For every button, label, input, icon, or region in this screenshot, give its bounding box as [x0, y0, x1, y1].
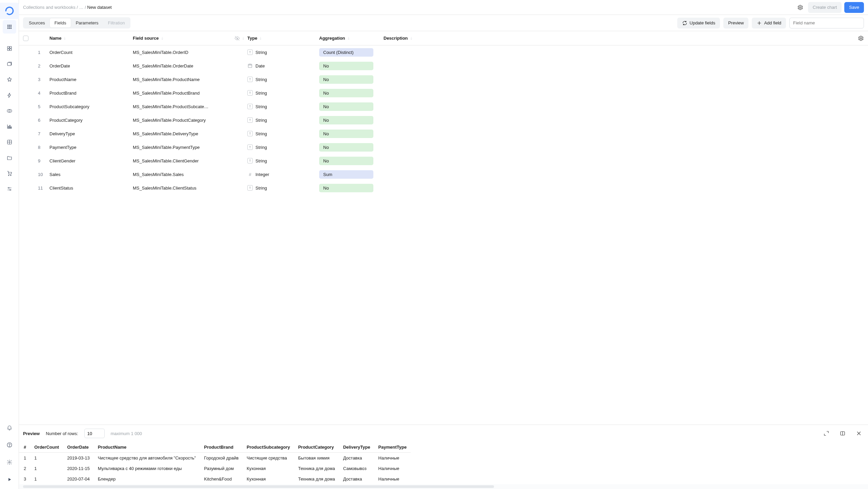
field-aggregation[interactable]: No — [319, 89, 373, 97]
nav-chart-icon[interactable] — [3, 120, 16, 133]
save-button[interactable]: Save — [844, 2, 864, 13]
col-source[interactable]: Field source — [133, 36, 159, 41]
field-name[interactable]: ClientGender — [49, 158, 133, 163]
preview-col[interactable]: OrderDate — [63, 442, 94, 453]
nav-dashboard-icon[interactable] — [3, 42, 16, 55]
tab-fields[interactable]: Fields — [50, 18, 71, 27]
nav-bell-icon[interactable] — [3, 421, 16, 434]
field-aggregation[interactable]: No — [319, 157, 373, 165]
nav-bolt-icon[interactable] — [3, 89, 16, 102]
field-row[interactable]: 10SalesMS_SalesMiniTable.Sales#IntegerSu… — [19, 168, 868, 181]
field-type[interactable]: TString — [247, 104, 319, 109]
field-type[interactable]: TString — [247, 185, 319, 191]
field-row[interactable]: 4ProductBrandMS_SalesMiniTable.ProductBr… — [19, 86, 868, 100]
field-row[interactable]: 6ProductCategoryMS_SalesMiniTable.Produc… — [19, 113, 868, 127]
preview-split-icon[interactable] — [838, 428, 848, 438]
preview-col[interactable]: PaymentType — [374, 442, 411, 453]
field-name[interactable]: PaymentType — [49, 145, 133, 150]
nav-sliders-icon[interactable] — [3, 182, 16, 196]
field-type[interactable]: TString — [247, 117, 319, 123]
field-name[interactable]: OrderCount — [49, 50, 133, 55]
nav-settings-icon[interactable] — [3, 455, 16, 469]
preview-button[interactable]: Preview — [723, 18, 748, 28]
preview-expand-icon[interactable] — [821, 428, 831, 438]
preview-col[interactable]: ProductName — [94, 442, 200, 453]
field-aggregation[interactable]: No — [319, 75, 373, 84]
preview-col[interactable]: ProductCategory — [294, 442, 339, 453]
preview-hscroll[interactable] — [19, 484, 868, 489]
nav-collections-icon[interactable] — [3, 57, 16, 71]
field-row[interactable]: 9ClientGenderMS_SalesMiniTable.ClientGen… — [19, 154, 868, 168]
field-name[interactable]: ProductName — [49, 77, 133, 82]
field-search-input[interactable] — [789, 18, 864, 28]
preview-col[interactable]: OrderCount — [30, 442, 63, 453]
field-type[interactable]: Date — [247, 63, 319, 69]
tab-parameters[interactable]: Parameters — [71, 18, 103, 27]
field-aggregation[interactable]: No — [319, 62, 373, 70]
columns-settings-icon[interactable] — [858, 35, 864, 41]
field-type[interactable]: TString — [247, 77, 319, 82]
nav-grid-icon[interactable] — [3, 135, 16, 149]
col-desc[interactable]: Description — [384, 36, 408, 41]
preview-col[interactable]: # — [19, 442, 30, 453]
field-name[interactable]: ProductBrand — [49, 91, 133, 96]
field-type[interactable]: TString — [247, 158, 319, 163]
create-chart-button[interactable]: Create chart — [808, 2, 842, 13]
field-type[interactable]: TString — [247, 131, 319, 136]
field-aggregation[interactable]: Sum — [319, 170, 373, 179]
col-agg[interactable]: Aggregation — [319, 36, 345, 41]
field-row[interactable]: 11ClientStatusMS_SalesMiniTable.ClientSt… — [19, 181, 868, 195]
nav-folder-icon[interactable] — [3, 151, 16, 164]
field-row[interactable]: 1OrderCountMS_SalesMiniTable.OrderIDTStr… — [19, 45, 868, 59]
field-type[interactable]: TString — [247, 50, 319, 55]
field-type[interactable]: TString — [247, 90, 319, 96]
add-field-button[interactable]: Add field — [752, 18, 786, 28]
settings-button[interactable] — [795, 2, 805, 13]
preview-cell: 2020-07-04 — [63, 474, 94, 484]
nav-venn-icon[interactable] — [3, 104, 16, 118]
field-name[interactable]: OrderDate — [49, 63, 133, 69]
rows-input[interactable] — [84, 429, 105, 438]
field-name[interactable]: ProductSubcategory — [49, 104, 133, 109]
field-row[interactable]: 8PaymentTypeMS_SalesMiniTable.PaymentTyp… — [19, 140, 868, 154]
breadcrumb-current: New dataset — [87, 5, 111, 10]
field-aggregation[interactable]: No — [319, 184, 373, 192]
field-aggregation[interactable]: No — [319, 102, 373, 111]
field-row[interactable]: 7DeliveryTypeMS_SalesMiniTable.DeliveryT… — [19, 127, 868, 140]
nav-play-icon[interactable] — [3, 473, 16, 486]
nav-help-icon[interactable] — [3, 438, 16, 452]
logo[interactable] — [0, 3, 19, 19]
col-name[interactable]: Name — [49, 36, 61, 41]
preview-col[interactable]: ProductSubcategory — [243, 442, 294, 453]
nav-cart-icon[interactable] — [3, 167, 16, 180]
field-aggregation[interactable]: No — [319, 116, 373, 124]
tab-sources[interactable]: Sources — [24, 18, 50, 27]
field-type[interactable]: TString — [247, 144, 319, 150]
field-name[interactable]: DeliveryType — [49, 131, 133, 136]
col-type[interactable]: Type — [247, 36, 257, 41]
preview-table: #OrderCountOrderDateProductNameProductBr… — [19, 442, 868, 484]
preview-col[interactable]: DeliveryType — [339, 442, 374, 453]
field-type[interactable]: #Integer — [247, 172, 319, 177]
select-all-checkbox[interactable] — [23, 36, 28, 41]
update-fields-button[interactable]: Update fields — [677, 18, 720, 28]
visibility-icon[interactable] — [234, 36, 240, 41]
field-aggregation[interactable]: Count (Distinct) — [319, 48, 373, 57]
field-name[interactable]: Sales — [49, 172, 133, 177]
svg-point-5 — [11, 26, 11, 27]
nav-star-icon[interactable] — [3, 73, 16, 86]
field-row[interactable]: 3ProductNameMS_SalesMiniTable.ProductNam… — [19, 73, 868, 86]
field-aggregation[interactable]: No — [319, 130, 373, 138]
preview-col[interactable]: ProductBrand — [200, 442, 243, 453]
apps-icon[interactable] — [3, 20, 16, 34]
preview-close-icon[interactable] — [854, 428, 864, 438]
breadcrumb[interactable]: Collections and workbooks / … / New data… — [23, 5, 112, 10]
field-name[interactable]: ProductCategory — [49, 118, 133, 123]
breadcrumb-mid[interactable]: … — [79, 5, 84, 10]
field-row[interactable]: 2OrderDateMS_SalesMiniTable.OrderDateDat… — [19, 59, 868, 73]
field-name[interactable]: ClientStatus — [49, 185, 133, 191]
field-aggregation[interactable]: No — [319, 143, 373, 152]
breadcrumb-root[interactable]: Collections and workbooks — [23, 5, 76, 10]
field-row[interactable]: 5ProductSubcategoryMS_SalesMiniTable.Pro… — [19, 100, 868, 113]
svg-rect-13 — [7, 63, 11, 66]
